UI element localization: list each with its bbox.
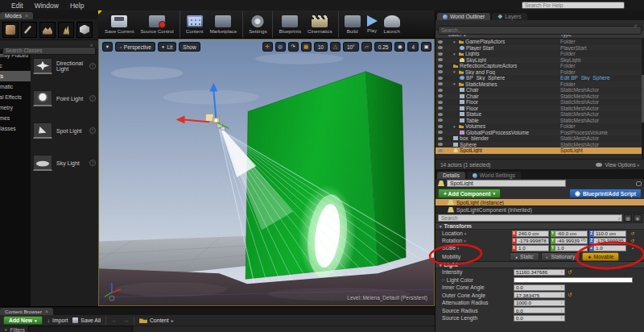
outliner-row[interactable]: ▾ Sphere StaticMeshActor: [436, 142, 644, 148]
scale-snap-icon[interactable]: ▱: [361, 42, 372, 52]
visibility-eye-icon[interactable]: [438, 113, 443, 116]
outliner-row[interactable]: ▾ Sky and Fog Folder: [436, 69, 644, 76]
expander-arrow-icon[interactable]: ▾: [453, 39, 457, 44]
placeable-item[interactable]: Directional Light ?: [31, 50, 98, 82]
expander-arrow-icon[interactable]: ▾: [453, 81, 457, 86]
visibility-eye-icon[interactable]: [438, 137, 443, 140]
rotation-x-field[interactable]: -179.999878 °↻: [516, 238, 549, 244]
visibility-eye-icon[interactable]: [438, 40, 443, 44]
visibility-eye-icon[interactable]: [438, 52, 443, 56]
spin-arrows-icon[interactable]: ↕: [560, 284, 563, 290]
modes-category[interactable]: Lights: [0, 71, 31, 81]
tab-world-outliner[interactable]: World Outliner: [437, 13, 490, 20]
outliner-row[interactable]: ▾ box_blender StaticMeshActor: [436, 135, 644, 142]
light-section-header[interactable]: ▾ Light: [436, 261, 644, 268]
display-filter-eye-button[interactable]: ◉: [634, 214, 642, 222]
place-mode-paint-icon[interactable]: [21, 22, 37, 38]
add-new-button[interactable]: Add New ▾: [3, 316, 43, 325]
scale-snap-value[interactable]: 0.25: [374, 42, 393, 52]
outliner-row[interactable]: ▾ StaticMeshes Folder: [436, 81, 644, 88]
filters-button[interactable]: Filters: [10, 327, 26, 332]
lock-icon[interactable]: [636, 181, 642, 186]
tab-content-browser[interactable]: Content Browser ×: [0, 308, 53, 315]
viewport[interactable]: ▾ ⟓ Perspective ● Lit Show ✛ ◍ ↷ ▦ 10 △ …: [98, 39, 435, 306]
outliner-row[interactable]: ▾ Player Start PlayerStart: [436, 45, 644, 52]
property-value-field[interactable]: 0.0 ↕: [514, 315, 565, 322]
menu-item[interactable]: Edit: [11, 2, 23, 10]
visibility-eye-icon[interactable]: [438, 143, 443, 146]
rotation-dial-icon[interactable]: ↻: [583, 238, 587, 243]
breadcrumb[interactable]: Content ▸: [139, 317, 174, 323]
outliner-row[interactable]: ▾ GlobalPostProcessVolume PostProcessVol…: [436, 130, 644, 136]
scale-z-field[interactable]: 1.0: [593, 245, 626, 251]
scale-x-field[interactable]: 1.0: [516, 245, 549, 251]
property-matrix-button[interactable]: ▦: [624, 214, 632, 222]
modes-category[interactable]: Geometry: [0, 102, 31, 113]
visibility-eye-icon[interactable]: [438, 94, 443, 98]
location-y-field[interactable]: -60.0 cm: [555, 230, 588, 237]
spin-arrows-icon[interactable]: ↕: [560, 293, 563, 298]
close-icon[interactable]: ×: [25, 13, 28, 19]
visibility-eye-icon[interactable]: [438, 106, 443, 110]
toolbar-button[interactable]: Settings: [242, 11, 270, 38]
blueprint-add-script-button[interactable]: Blueprint/Add Script: [569, 189, 642, 198]
view-options-button[interactable]: View Options ▾: [596, 162, 639, 168]
outliner-row[interactable]: ▾ Chair StaticMeshActor: [436, 87, 644, 93]
transform-section-header[interactable]: ▾ Transform: [436, 222, 644, 230]
camera-speed-icon[interactable]: ◉: [394, 42, 405, 52]
tab-layers[interactable]: Layers: [492, 13, 526, 20]
spin-arrows-icon[interactable]: ↕: [560, 300, 563, 305]
chevron-down-icon[interactable]: ▾: [464, 239, 466, 243]
visibility-eye-icon[interactable]: [438, 101, 443, 104]
close-icon[interactable]: ×: [45, 309, 48, 314]
place-mode-geometry-icon[interactable]: [76, 22, 93, 38]
viewport-mode-button[interactable]: ⟓ Perspective: [115, 42, 155, 52]
grid-snap-icon[interactable]: ▦: [301, 42, 312, 52]
outliner-row[interactable]: ▾ BP_Sky_Sphere Edit BP_Sky_Sphere: [436, 75, 644, 81]
location-z-field[interactable]: 110.0 cm: [593, 230, 626, 237]
toolbar-button[interactable]: Play: [364, 11, 381, 38]
modes-category[interactable]: Basic: [0, 60, 31, 71]
tab-details[interactable]: Details: [437, 172, 465, 179]
surface-snap-icon[interactable]: ↷: [288, 42, 299, 52]
tab-world-settings[interactable]: World Settings: [467, 172, 521, 179]
rotation-z-field[interactable]: -179.999935 °↻: [593, 238, 626, 244]
light-color-swatch[interactable]: [514, 277, 633, 283]
grid-snap-value[interactable]: 10: [314, 42, 328, 52]
asset-search-input[interactable]: [28, 326, 133, 332]
tab-modes[interactable]: Modes ×: [0, 12, 33, 19]
spin-arrows-icon[interactable]: ↕: [560, 269, 563, 275]
location-x-field[interactable]: 240.0 cm: [516, 230, 549, 237]
property-value-field[interactable]: 51160.347686 ↕: [514, 269, 565, 276]
component-row[interactable]: SpotLight (Instance): [436, 199, 644, 206]
visibility-eye-icon[interactable]: [438, 77, 443, 80]
place-mode-foliage-icon[interactable]: [58, 22, 74, 38]
visibility-eye-icon[interactable]: [438, 64, 443, 68]
toolbar-button[interactable]: Cinematics: [304, 11, 336, 38]
toolbar-button[interactable]: Marketplace: [206, 11, 240, 38]
visibility-eye-icon[interactable]: [438, 58, 443, 61]
outliner-row[interactable]: ▾ GamePlayActors Folder: [436, 39, 644, 45]
chevron-down-icon[interactable]: ▾: [464, 231, 467, 236]
expander-icon[interactable]: ▷: [442, 277, 445, 282]
outliner-row[interactable]: ▾ SkyLight SkyLight: [436, 57, 644, 64]
scale-y-field[interactable]: 1.0: [555, 245, 588, 251]
import-button[interactable]: ↓ Import: [47, 317, 68, 323]
add-component-button[interactable]: + Add Component ▾: [438, 189, 501, 198]
reset-arrow-icon[interactable]: ↺: [628, 238, 638, 243]
rotation-y-field[interactable]: -49.99939 °↻: [555, 238, 588, 244]
menu-item[interactable]: Window: [35, 2, 59, 10]
maximize-viewport-icon[interactable]: ▣: [421, 42, 431, 52]
outliner-row[interactable]: ▾ ReflectionCaptureActors Folder: [436, 63, 644, 69]
property-value-field[interactable]: 0.0 ↕: [514, 307, 565, 313]
modes-category[interactable]: Volumes: [0, 113, 31, 123]
reset-arrow-icon[interactable]: ↺: [565, 269, 575, 276]
expander-arrow-icon[interactable]: ▾: [453, 124, 457, 129]
rotation-snap-icon[interactable]: △: [330, 42, 341, 52]
spin-arrows-icon[interactable]: ↕: [560, 315, 563, 321]
toolbar-button[interactable]: Save Current: [101, 11, 137, 38]
visibility-eye-icon[interactable]: [438, 149, 443, 152]
forward-arrow-icon[interactable]: →: [122, 317, 129, 324]
visibility-eye-icon[interactable]: [438, 118, 443, 122]
property-value-field[interactable]: 0.0 ↕: [514, 284, 565, 291]
